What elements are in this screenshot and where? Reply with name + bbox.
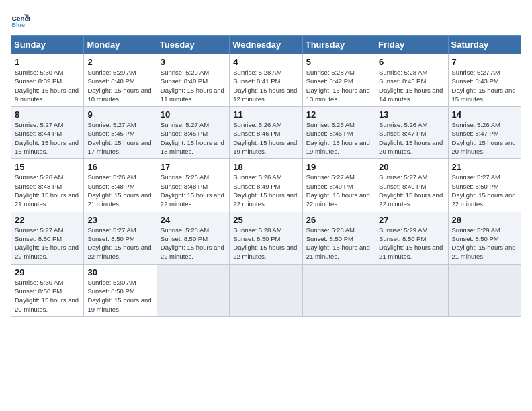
day-detail: Sunrise: 5:26 AMSunset: 8:49 PMDaylight:…: [233, 173, 298, 208]
day-detail: Sunrise: 5:27 AMSunset: 8:43 PMDaylight:…: [452, 68, 517, 103]
header-thursday: Thursday: [302, 36, 375, 54]
day-number: 12: [306, 109, 371, 120]
day-cell-27: 27Sunrise: 5:29 AMSunset: 8:50 PMDayligh…: [375, 212, 448, 264]
svg-text:Blue: Blue: [11, 21, 25, 28]
day-cell-19: 19Sunrise: 5:27 AMSunset: 8:49 PMDayligh…: [302, 159, 375, 212]
day-number: 13: [379, 109, 444, 120]
day-detail: Sunrise: 5:26 AMSunset: 8:48 PMDaylight:…: [15, 173, 80, 208]
header-saturday: Saturday: [448, 36, 521, 54]
empty-cell: [375, 264, 448, 316]
day-cell-23: 23Sunrise: 5:27 AMSunset: 8:50 PMDayligh…: [84, 212, 157, 264]
day-cell-24: 24Sunrise: 5:28 AMSunset: 8:50 PMDayligh…: [157, 212, 229, 264]
day-detail: Sunrise: 5:29 AMSunset: 8:40 PMDaylight:…: [161, 68, 226, 103]
empty-cell: [302, 264, 375, 316]
week-row-4: 22Sunrise: 5:27 AMSunset: 8:50 PMDayligh…: [11, 212, 521, 264]
day-number: 28: [452, 215, 517, 225]
day-detail: Sunrise: 5:29 AMSunset: 8:50 PMDaylight:…: [452, 226, 517, 261]
empty-cell: [230, 264, 302, 316]
day-number: 29: [15, 267, 80, 277]
day-cell-16: 16Sunrise: 5:26 AMSunset: 8:48 PMDayligh…: [84, 159, 157, 212]
page-header: General Blue: [11, 11, 521, 30]
calendar-table: SundayMondayTuesdayWednesdayThursdayFrid…: [11, 35, 521, 317]
day-number: 10: [161, 109, 226, 120]
day-cell-25: 25Sunrise: 5:28 AMSunset: 8:50 PMDayligh…: [230, 212, 302, 264]
day-detail: Sunrise: 5:30 AMSunset: 8:39 PMDaylight:…: [15, 68, 80, 103]
week-row-1: 1Sunrise: 5:30 AMSunset: 8:39 PMDaylight…: [11, 54, 521, 107]
day-detail: Sunrise: 5:27 AMSunset: 8:50 PMDaylight:…: [452, 173, 517, 208]
day-detail: Sunrise: 5:27 AMSunset: 8:49 PMDaylight:…: [306, 173, 371, 208]
day-number: 4: [233, 57, 298, 67]
day-cell-3: 3Sunrise: 5:29 AMSunset: 8:40 PMDaylight…: [157, 54, 229, 107]
day-cell-6: 6Sunrise: 5:28 AMSunset: 8:43 PMDaylight…: [375, 54, 448, 107]
day-cell-9: 9Sunrise: 5:27 AMSunset: 8:45 PMDaylight…: [84, 107, 157, 159]
day-cell-4: 4Sunrise: 5:28 AMSunset: 8:41 PMDaylight…: [230, 54, 302, 107]
day-cell-11: 11Sunrise: 5:26 AMSunset: 8:46 PMDayligh…: [230, 107, 302, 159]
day-detail: Sunrise: 5:26 AMSunset: 8:48 PMDaylight:…: [161, 173, 226, 208]
day-detail: Sunrise: 5:28 AMSunset: 8:50 PMDaylight:…: [306, 226, 371, 261]
day-number: 20: [379, 162, 444, 172]
header-monday: Monday: [84, 36, 157, 54]
header-friday: Friday: [375, 36, 448, 54]
day-number: 23: [87, 215, 152, 225]
day-cell-2: 2Sunrise: 5:29 AMSunset: 8:40 PMDaylight…: [84, 54, 157, 107]
day-cell-22: 22Sunrise: 5:27 AMSunset: 8:50 PMDayligh…: [11, 212, 84, 264]
day-detail: Sunrise: 5:30 AMSunset: 8:50 PMDaylight:…: [15, 278, 80, 314]
day-cell-13: 13Sunrise: 5:26 AMSunset: 8:47 PMDayligh…: [375, 107, 448, 159]
empty-cell: [157, 264, 229, 316]
day-number: 26: [306, 215, 371, 225]
day-detail: Sunrise: 5:29 AMSunset: 8:40 PMDaylight:…: [87, 68, 152, 103]
day-number: 17: [161, 162, 226, 172]
day-detail: Sunrise: 5:28 AMSunset: 8:41 PMDaylight:…: [233, 68, 298, 103]
day-detail: Sunrise: 5:27 AMSunset: 8:45 PMDaylight:…: [161, 120, 226, 156]
day-cell-14: 14Sunrise: 5:26 AMSunset: 8:47 PMDayligh…: [448, 107, 521, 159]
day-detail: Sunrise: 5:29 AMSunset: 8:50 PMDaylight:…: [379, 226, 444, 261]
day-detail: Sunrise: 5:28 AMSunset: 8:43 PMDaylight:…: [379, 68, 444, 103]
day-detail: Sunrise: 5:27 AMSunset: 8:50 PMDaylight:…: [87, 226, 152, 261]
day-number: 16: [87, 162, 152, 172]
day-detail: Sunrise: 5:27 AMSunset: 8:44 PMDaylight:…: [15, 120, 80, 156]
header-sunday: Sunday: [11, 36, 84, 54]
day-cell-20: 20Sunrise: 5:27 AMSunset: 8:49 PMDayligh…: [375, 159, 448, 212]
day-number: 5: [306, 57, 371, 67]
day-cell-8: 8Sunrise: 5:27 AMSunset: 8:44 PMDaylight…: [11, 107, 84, 159]
day-number: 18: [233, 162, 298, 172]
day-number: 27: [379, 215, 444, 225]
calendar-body: 1Sunrise: 5:30 AMSunset: 8:39 PMDaylight…: [11, 54, 521, 317]
logo: General Blue: [11, 11, 32, 30]
day-number: 1: [15, 57, 80, 67]
day-detail: Sunrise: 5:27 AMSunset: 8:50 PMDaylight:…: [15, 226, 80, 261]
day-number: 2: [87, 57, 152, 67]
header-wednesday: Wednesday: [230, 36, 302, 54]
week-row-5: 29Sunrise: 5:30 AMSunset: 8:50 PMDayligh…: [11, 264, 521, 316]
day-detail: Sunrise: 5:26 AMSunset: 8:46 PMDaylight:…: [306, 120, 371, 156]
day-number: 22: [15, 215, 80, 225]
day-cell-12: 12Sunrise: 5:26 AMSunset: 8:46 PMDayligh…: [302, 107, 375, 159]
day-cell-10: 10Sunrise: 5:27 AMSunset: 8:45 PMDayligh…: [157, 107, 229, 159]
day-cell-21: 21Sunrise: 5:27 AMSunset: 8:50 PMDayligh…: [448, 159, 521, 212]
header-tuesday: Tuesday: [157, 36, 229, 54]
day-cell-30: 30Sunrise: 5:30 AMSunset: 8:50 PMDayligh…: [84, 264, 157, 316]
day-number: 25: [233, 215, 298, 225]
day-number: 30: [87, 267, 152, 277]
day-number: 11: [233, 109, 298, 120]
week-row-2: 8Sunrise: 5:27 AMSunset: 8:44 PMDaylight…: [11, 107, 521, 159]
day-cell-5: 5Sunrise: 5:28 AMSunset: 8:42 PMDaylight…: [302, 54, 375, 107]
day-detail: Sunrise: 5:27 AMSunset: 8:49 PMDaylight:…: [379, 173, 444, 208]
day-number: 19: [306, 162, 371, 172]
week-row-3: 15Sunrise: 5:26 AMSunset: 8:48 PMDayligh…: [11, 159, 521, 212]
day-number: 9: [87, 109, 152, 120]
day-number: 24: [161, 215, 226, 225]
day-detail: Sunrise: 5:26 AMSunset: 8:48 PMDaylight:…: [87, 173, 152, 208]
day-number: 7: [452, 57, 517, 67]
day-cell-29: 29Sunrise: 5:30 AMSunset: 8:50 PMDayligh…: [11, 264, 84, 316]
day-detail: Sunrise: 5:28 AMSunset: 8:50 PMDaylight:…: [233, 226, 298, 261]
day-number: 21: [452, 162, 517, 172]
day-detail: Sunrise: 5:28 AMSunset: 8:42 PMDaylight:…: [306, 68, 371, 103]
day-number: 15: [15, 162, 80, 172]
day-detail: Sunrise: 5:28 AMSunset: 8:50 PMDaylight:…: [161, 226, 226, 261]
day-detail: Sunrise: 5:27 AMSunset: 8:45 PMDaylight:…: [87, 120, 152, 156]
day-number: 8: [15, 109, 80, 120]
day-cell-28: 28Sunrise: 5:29 AMSunset: 8:50 PMDayligh…: [448, 212, 521, 264]
empty-cell: [448, 264, 521, 316]
day-detail: Sunrise: 5:30 AMSunset: 8:50 PMDaylight:…: [87, 278, 152, 314]
